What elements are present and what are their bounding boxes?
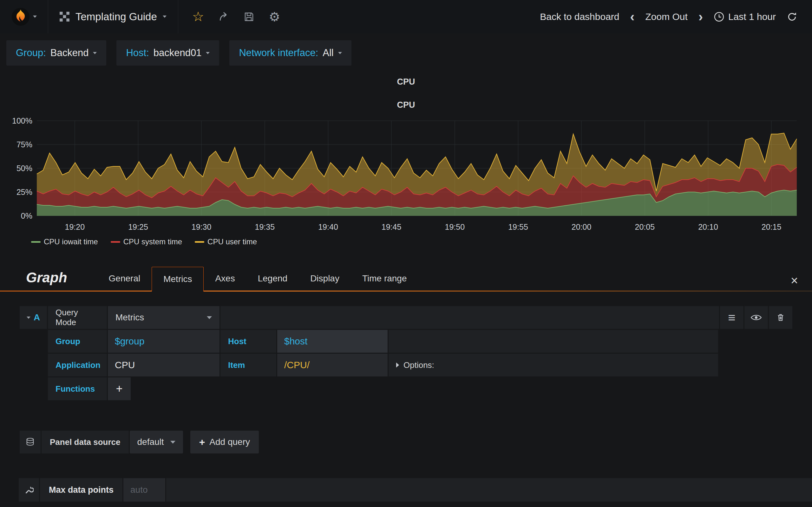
query-delete-button[interactable] — [769, 306, 792, 329]
dashboard-grid-icon — [60, 12, 70, 22]
max-data-points-input[interactable] — [123, 478, 165, 502]
tab-display[interactable]: Display — [299, 267, 351, 291]
star-icon[interactable]: ☆ — [192, 9, 204, 24]
legend-color-swatch — [195, 241, 204, 243]
query-menu-button[interactable]: ≡ — [720, 306, 744, 329]
time-picker-button[interactable]: Last 1 hour — [714, 11, 776, 22]
query-row-filler — [389, 330, 718, 353]
tab-legend[interactable]: Legend — [247, 267, 299, 291]
add-query-button[interactable]: + Add query — [190, 431, 259, 453]
svg-text:50%: 50% — [16, 164, 32, 173]
hamburger-icon: ≡ — [728, 311, 735, 325]
datasource-row: Panel data source default + Add query — [20, 431, 792, 453]
query-editor: A Query Mode Metrics ≡ Group Host — [20, 306, 792, 400]
variable-group-dropdown[interactable]: Group: Backend — [6, 40, 106, 66]
svg-text:19:40: 19:40 — [318, 222, 338, 231]
options-toggle[interactable]: Options: — [396, 360, 434, 370]
tab-underline — [0, 291, 812, 291]
svg-text:20:15: 20:15 — [762, 222, 781, 231]
caret-down-icon — [27, 317, 31, 319]
svg-text:100%: 100% — [12, 116, 32, 125]
query-row-application-item: Application Item Options: — [48, 354, 718, 377]
group-field-label: Group — [48, 330, 107, 353]
plus-icon: + — [199, 436, 205, 448]
tab-axes[interactable]: Axes — [204, 267, 246, 291]
panel-type-title: Graph — [26, 270, 67, 291]
time-shift-right-icon[interactable]: › — [699, 10, 703, 23]
tab-metrics[interactable]: Metrics — [152, 267, 204, 291]
item-field-label: Item — [220, 354, 276, 377]
gear-icon[interactable]: ⚙ — [269, 9, 280, 24]
application-field-input[interactable] — [108, 354, 219, 377]
dashboard-title: Templating Guide — [75, 11, 157, 23]
svg-text:19:45: 19:45 — [382, 222, 402, 231]
caret-down-icon — [93, 52, 97, 54]
back-to-dashboard-button[interactable]: Back to dashboard — [540, 11, 619, 22]
refresh-icon[interactable] — [786, 11, 798, 22]
application-field-label: Application — [48, 354, 107, 377]
variable-host-dropdown[interactable]: Host: backend01 — [116, 40, 219, 66]
chart-legend: CPU iowait time CPU system time CPU user… — [31, 237, 806, 246]
trash-icon — [776, 313, 785, 322]
add-function-button[interactable]: + — [108, 377, 131, 400]
legend-item-system[interactable]: CPU system time — [111, 237, 182, 246]
functions-label: Functions — [48, 377, 107, 400]
legend-label: CPU iowait time — [44, 237, 98, 246]
variable-value: All — [322, 47, 334, 59]
query-toggle-visibility-button[interactable] — [745, 306, 768, 329]
dashboard-title-menu[interactable]: Templating Guide — [48, 0, 178, 33]
navbar-right: Back to dashboard ‹ Zoom Out › Last 1 ho… — [540, 0, 812, 33]
save-icon[interactable] — [244, 12, 254, 22]
grafana-menu[interactable] — [0, 0, 48, 33]
options-label: Options: — [403, 360, 434, 370]
host-field-input[interactable] — [277, 330, 388, 353]
svg-text:19:30: 19:30 — [192, 222, 212, 231]
group-field-input[interactable] — [108, 330, 219, 353]
svg-text:19:55: 19:55 — [508, 222, 528, 231]
variable-value: backend01 — [154, 47, 202, 59]
legend-label: CPU user time — [207, 237, 257, 246]
editor-tabs: General Metrics Axes Legend Display Time… — [97, 267, 418, 291]
svg-text:20:10: 20:10 — [698, 222, 718, 231]
host-field-label: Host — [220, 330, 276, 353]
options-section: Options: — [389, 354, 718, 377]
time-shift-left-icon[interactable]: ‹ — [630, 10, 635, 23]
caret-down-icon — [338, 52, 342, 54]
svg-text:19:50: 19:50 — [445, 222, 465, 231]
clock-icon — [714, 11, 724, 22]
eye-icon — [751, 314, 762, 322]
svg-text:20:00: 20:00 — [571, 222, 592, 231]
max-data-points-row: Max data points — [19, 478, 812, 502]
tab-general[interactable]: General — [97, 267, 152, 291]
zoom-out-button[interactable]: Zoom Out — [646, 11, 688, 22]
query-mode-select[interactable]: Metrics — [108, 306, 219, 329]
top-navbar: Templating Guide ☆ ⚙ Back to dashboard ‹… — [0, 0, 812, 33]
max-data-points-label: Max data points — [40, 478, 122, 502]
svg-text:0%: 0% — [21, 211, 32, 220]
legend-color-swatch — [111, 241, 120, 243]
panel-title[interactable]: CPU — [6, 77, 806, 87]
caret-down-icon — [206, 52, 210, 54]
legend-item-iowait[interactable]: CPU iowait time — [31, 237, 98, 246]
query-collapse-toggle[interactable]: A — [20, 306, 47, 329]
variable-label: Host: — [126, 47, 149, 59]
legend-item-user[interactable]: CPU user time — [195, 237, 257, 246]
panel-editor-header: Graph General Metrics Axes Legend Displa… — [0, 267, 812, 291]
share-icon[interactable] — [218, 11, 229, 22]
grafana-logo-icon — [11, 8, 30, 26]
item-field-input[interactable] — [277, 354, 388, 377]
variable-netif-dropdown[interactable]: Network interface: All — [229, 40, 351, 66]
navbar-actions: ☆ ⚙ — [178, 0, 294, 33]
variable-label: Group: — [16, 47, 46, 59]
svg-text:19:35: 19:35 — [255, 222, 275, 231]
variable-value: Backend — [50, 47, 89, 59]
tab-time-range[interactable]: Time range — [351, 267, 418, 291]
close-editor-icon[interactable]: × — [791, 274, 798, 287]
legend-color-swatch — [31, 241, 41, 243]
datasource-select[interactable]: default — [130, 431, 183, 453]
grafana-menu-caret-icon — [33, 15, 37, 18]
query-mode-label: Query Mode — [48, 306, 107, 329]
caret-down-icon — [170, 441, 175, 444]
query-row-filler — [220, 306, 719, 329]
cpu-stacked-area-chart[interactable]: 0%25%50%75%100%19:2019:2519:3019:3519:40… — [6, 112, 806, 237]
